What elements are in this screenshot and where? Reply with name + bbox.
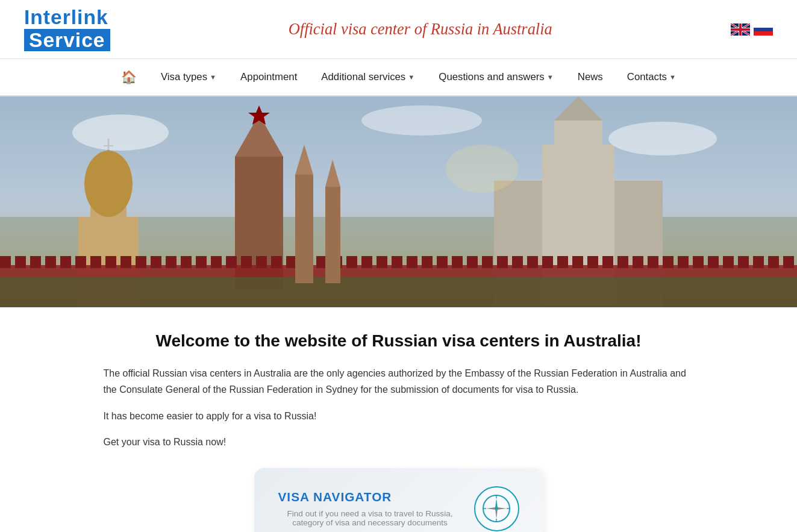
nav-additional-services[interactable]: Additional services ▼ (309, 60, 427, 94)
svg-point-86 (72, 114, 169, 151)
svg-rect-63 (527, 256, 538, 268)
header: Interlink Service Official visa center o… (0, 0, 797, 59)
svg-rect-56 (422, 256, 433, 268)
svg-rect-51 (346, 256, 357, 268)
svg-rect-9 (754, 23, 773, 28)
svg-rect-84 (325, 187, 340, 283)
svg-rect-81 (0, 277, 797, 307)
hero-banner (0, 96, 797, 307)
nav-contacts[interactable]: Contacts ▼ (615, 60, 688, 94)
svg-marker-95 (497, 507, 507, 510)
svg-rect-30 (30, 256, 41, 268)
visa-text: VISA (278, 490, 314, 504)
logo-line1: Interlink (24, 7, 110, 28)
svg-rect-57 (437, 256, 448, 268)
svg-rect-42 (211, 256, 222, 268)
svg-rect-29 (15, 256, 26, 268)
svg-rect-62 (512, 256, 523, 268)
svg-point-89 (446, 145, 518, 193)
paragraph-1: The official Russian visa centers in Aus… (104, 365, 694, 398)
svg-rect-33 (75, 256, 86, 268)
svg-rect-82 (295, 175, 313, 283)
chevron-down-icon: ▼ (408, 74, 414, 81)
svg-rect-39 (166, 256, 177, 268)
svg-rect-46 (271, 256, 282, 268)
svg-rect-54 (392, 256, 402, 268)
nav-appointment[interactable]: Appointment (228, 60, 309, 94)
svg-marker-92 (495, 498, 498, 508)
svg-rect-34 (90, 256, 101, 268)
svg-rect-71 (648, 256, 658, 268)
chevron-down-icon: ▼ (210, 74, 216, 81)
svg-rect-10 (754, 28, 773, 31)
svg-point-91 (495, 507, 498, 510)
paragraph-2: It has become easier to apply for a visa… (104, 408, 694, 424)
svg-rect-73 (678, 256, 689, 268)
svg-rect-66 (572, 256, 583, 268)
svg-rect-68 (602, 256, 613, 268)
site-tagline: Official visa center of Russia in Austra… (110, 20, 731, 39)
visa-navigator-text: VISA NAVIGATOR Find out if you need a vi… (278, 490, 462, 527)
visa-navigator-description: Find out if you need a visa to travel to… (278, 509, 462, 527)
svg-rect-35 (105, 256, 116, 268)
svg-rect-78 (753, 256, 764, 268)
svg-rect-8 (731, 28, 750, 31)
english-flag[interactable] (731, 23, 750, 36)
navigator-text: NAVIGATOR (313, 490, 392, 504)
svg-marker-94 (486, 507, 496, 510)
logo-line2: Service (24, 29, 110, 52)
svg-rect-65 (557, 256, 568, 268)
svg-rect-60 (482, 256, 493, 268)
svg-rect-69 (617, 256, 628, 268)
svg-marker-93 (495, 509, 498, 519)
svg-rect-38 (151, 256, 161, 268)
svg-rect-36 (120, 256, 131, 268)
nav-home[interactable]: 🏠 (109, 59, 149, 95)
paragraph-3: Get your visa to Russia now! (104, 434, 694, 450)
svg-point-88 (608, 122, 717, 155)
svg-rect-53 (377, 256, 387, 268)
main-content: Welcome to the website of Russian visa c… (67, 307, 730, 532)
svg-rect-23 (554, 120, 602, 151)
svg-rect-32 (60, 256, 71, 268)
svg-rect-37 (136, 256, 146, 268)
russian-flag[interactable] (754, 23, 773, 36)
svg-rect-75 (708, 256, 719, 268)
visa-navigator-title: VISA NAVIGATOR (278, 490, 462, 504)
compass-icon (474, 486, 519, 531)
welcome-title: Welcome to the website of Russian visa c… (104, 331, 694, 351)
svg-rect-67 (587, 256, 598, 268)
svg-point-87 (361, 105, 482, 136)
svg-rect-28 (0, 256, 11, 268)
svg-rect-41 (196, 256, 207, 268)
chevron-down-icon: ▼ (547, 74, 554, 81)
svg-rect-55 (407, 256, 417, 268)
svg-rect-77 (738, 256, 749, 268)
svg-rect-58 (452, 256, 463, 268)
svg-rect-70 (633, 256, 643, 268)
svg-rect-43 (226, 256, 237, 268)
svg-rect-40 (181, 256, 192, 268)
svg-rect-31 (45, 256, 56, 268)
chevron-down-icon: ▼ (669, 74, 676, 81)
svg-point-19 (84, 151, 133, 217)
svg-rect-80 (783, 256, 794, 268)
svg-rect-76 (723, 256, 734, 268)
svg-rect-64 (542, 256, 553, 268)
main-navigation: 🏠 Visa types ▼ Appointment Additional se… (0, 59, 797, 96)
svg-rect-45 (256, 256, 267, 268)
svg-rect-59 (467, 256, 478, 268)
logo[interactable]: Interlink Service (24, 7, 110, 51)
svg-rect-79 (768, 256, 779, 268)
svg-rect-44 (241, 256, 252, 268)
svg-rect-11 (754, 31, 773, 36)
svg-rect-72 (663, 256, 674, 268)
visa-navigator-card[interactable]: VISA NAVIGATOR Find out if you need a vi… (254, 468, 543, 532)
svg-rect-61 (497, 256, 508, 268)
svg-rect-74 (693, 256, 704, 268)
nav-visa-types[interactable]: Visa types ▼ (149, 60, 228, 94)
nav-news[interactable]: News (566, 60, 615, 94)
nav-qa[interactable]: Questions and answers ▼ (427, 60, 565, 94)
language-switcher (731, 23, 773, 36)
svg-rect-52 (361, 256, 372, 268)
